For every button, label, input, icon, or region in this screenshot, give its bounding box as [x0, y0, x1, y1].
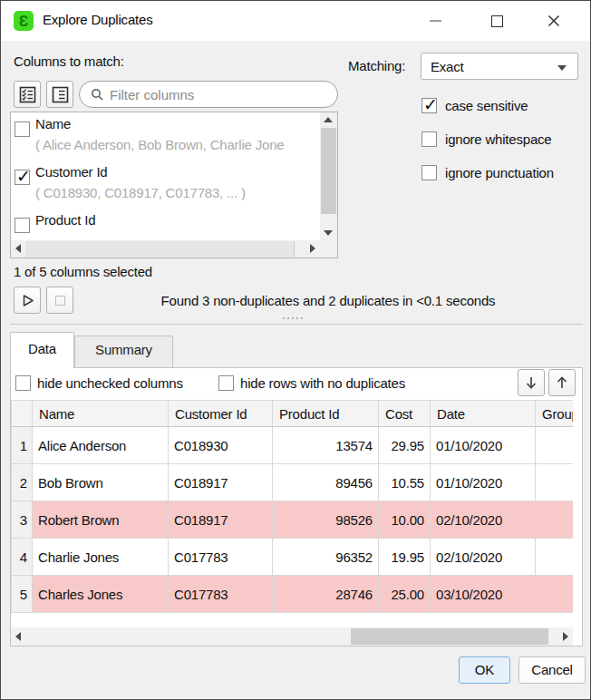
cell-product-id: 28746	[273, 576, 379, 613]
scroll-up-icon[interactable]	[324, 117, 333, 122]
header-name[interactable]: Name	[33, 401, 169, 427]
column-values-preview: ( Alice Anderson, Bob Brown, Charlie Jon…	[35, 137, 284, 152]
stop-button[interactable]	[46, 287, 73, 314]
row-number: 5	[12, 576, 33, 613]
splitter-handle[interactable]	[283, 317, 303, 319]
column-name: Name	[35, 116, 71, 131]
cell-cost: 10.55	[379, 464, 431, 501]
table-scroll-thumb[interactable]	[351, 628, 548, 645]
header-date[interactable]: Date	[431, 401, 536, 427]
filter-columns-input[interactable]	[110, 87, 318, 102]
ignore-whitespace-label[interactable]: ignore whitespace	[445, 131, 552, 147]
check-all-columns-button[interactable]	[14, 81, 41, 108]
cell-cost: 19.95	[379, 539, 431, 576]
cell-date: 01/10/2020	[431, 427, 536, 464]
case-sensitive-checkbox[interactable]	[421, 98, 437, 113]
header-customer-id[interactable]: Customer Id	[169, 401, 273, 427]
cell-product-id: 96352	[273, 539, 379, 576]
table-row[interactable]: 2 Bob Brown C018917 89456 10.55 01/10/20…	[12, 464, 574, 501]
header-product-id[interactable]: Product Id	[273, 401, 379, 427]
scroll-left-icon[interactable]	[15, 632, 21, 641]
results-table: Name Customer Id Product Id Cost Date Gr…	[11, 400, 573, 613]
app-logo-icon: Ɛ	[14, 11, 34, 31]
ignore-punctuation-label[interactable]: ignore punctuation	[445, 165, 554, 180]
cell-date: 03/10/2020	[431, 576, 536, 613]
table-header-row: Name Customer Id Product Id Cost Date Gr…	[12, 401, 574, 427]
ok-button[interactable]: OK	[459, 656, 510, 684]
minimize-button[interactable]	[415, 1, 455, 41]
next-duplicate-button[interactable]	[518, 369, 545, 396]
cell-customer-id: C018917	[169, 501, 273, 539]
hide-rows-no-duplicates-label[interactable]: hide rows with no duplicates	[240, 375, 405, 391]
columns-list-horizontal-scrollbar[interactable]	[11, 240, 320, 258]
filter-columns-field[interactable]	[79, 81, 338, 108]
window-title: Explore Duplicates	[43, 12, 152, 27]
cell-cost: 29.95	[379, 427, 431, 464]
header-group[interactable]: Group	[536, 401, 574, 427]
table-row[interactable]: 5 Charles Jones C017783 28746 25.00 03/1…	[12, 576, 574, 613]
row-number: 2	[12, 464, 33, 501]
customer-id-checkbox[interactable]	[15, 170, 30, 185]
scroll-right-icon[interactable]	[563, 632, 568, 641]
product-id-checkbox[interactable]	[15, 218, 30, 233]
vertical-scroll-thumb[interactable]	[321, 128, 336, 214]
cell-product-id: 13574	[273, 427, 379, 464]
cancel-button[interactable]: Cancel	[518, 656, 586, 684]
minimize-icon	[430, 20, 441, 22]
cell-date: 02/10/2020	[431, 539, 536, 576]
selection-summary: 1 of 5 columns selected	[14, 264, 152, 279]
cell-product-id: 98526	[273, 501, 379, 539]
cell-customer-id: C018930	[169, 427, 273, 464]
cell-group	[536, 539, 574, 576]
cell-cost: 25.00	[379, 576, 431, 613]
columns-list-vertical-scrollbar[interactable]	[320, 112, 337, 240]
scroll-right-icon[interactable]	[310, 244, 315, 253]
table-row[interactable]: 4 Charlie Jones C017783 96352 19.95 02/1…	[12, 539, 574, 576]
cell-customer-id: C017783	[169, 576, 273, 613]
cell-product-id: 89456	[273, 464, 379, 501]
ignore-punctuation-checkbox[interactable]	[421, 165, 437, 180]
table-row[interactable]: 3 Robert Brown C018917 98526 10.00 02/10…	[12, 501, 574, 539]
tab-data[interactable]: Data	[10, 332, 74, 368]
hide-unchecked-columns-checkbox[interactable]	[15, 375, 31, 391]
arrow-down-icon	[523, 374, 539, 391]
titlebar: Ɛ Explore Duplicates	[1, 1, 590, 41]
table-row[interactable]: 1 Alice Anderson C018930 13574 29.95 01/…	[12, 427, 574, 464]
name-checkbox[interactable]	[15, 122, 30, 137]
cell-date: 01/10/2020	[431, 464, 536, 501]
cell-group	[536, 464, 574, 501]
header-cost[interactable]: Cost	[379, 401, 431, 427]
uncheck-all-columns-button[interactable]	[46, 81, 73, 108]
previous-duplicate-button[interactable]	[548, 369, 576, 396]
hide-rows-no-duplicates-checkbox[interactable]	[218, 375, 234, 391]
cell-name: Charles Jones	[33, 576, 169, 613]
scroll-left-icon[interactable]	[15, 244, 21, 253]
cell-date: 02/10/2020	[431, 501, 536, 539]
columns-listbox: Name ( Alice Anderson, Bob Brown, Charli…	[10, 112, 338, 258]
cell-name: Robert Brown	[33, 501, 169, 539]
close-button[interactable]	[534, 1, 574, 41]
table-horizontal-scrollbar[interactable]	[11, 627, 573, 646]
results-table-container: Name Customer Id Product Id Cost Date Gr…	[11, 400, 573, 627]
tab-summary[interactable]: Summary	[74, 335, 173, 367]
list-item-name[interactable]: Name ( Alice Anderson, Bob Brown, Charli…	[11, 116, 320, 158]
run-button[interactable]	[14, 287, 41, 314]
list-item-customer-id[interactable]: Customer Id ( C018930, C018917, C017783,…	[11, 164, 320, 206]
matching-value: Exact	[431, 59, 464, 74]
horizontal-scroll-thumb[interactable]	[26, 241, 295, 257]
corner-header	[12, 401, 33, 427]
case-sensitive-label[interactable]: case sensitive	[445, 98, 528, 113]
cell-group	[536, 576, 574, 613]
column-name: Customer Id	[35, 164, 108, 180]
maximize-button[interactable]	[477, 1, 517, 41]
cell-name: Bob Brown	[33, 464, 169, 501]
scroll-down-icon[interactable]	[324, 230, 333, 236]
list-item-product-id[interactable]: Product Id	[11, 212, 320, 240]
hide-unchecked-columns-label[interactable]: hide unchecked columns	[37, 375, 183, 391]
matching-dropdown[interactable]: Exact	[421, 53, 578, 80]
cell-customer-id: C017783	[169, 539, 273, 576]
arrow-up-icon	[554, 374, 570, 391]
chevron-down-icon	[557, 65, 567, 71]
ignore-whitespace-checkbox[interactable]	[421, 131, 437, 147]
uncheck-all-icon	[52, 86, 69, 103]
